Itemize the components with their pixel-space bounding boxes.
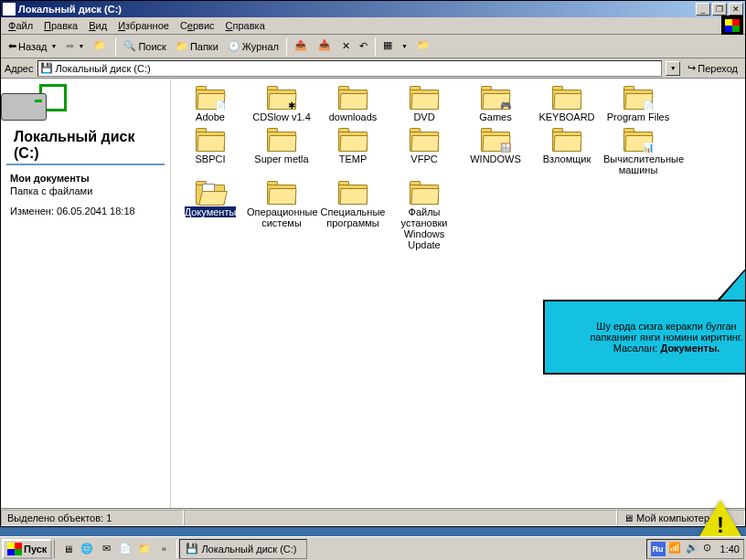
moveto-button[interactable]: 📤	[291, 37, 313, 56]
extra-icon: 📁	[417, 39, 432, 54]
folder-item[interactable]: 🪟WINDOWS	[460, 128, 531, 175]
folder-item[interactable]: SBPCI	[175, 128, 246, 175]
start-button[interactable]: Пуск	[2, 539, 52, 559]
folder-label: Вычислительные машины	[603, 153, 673, 175]
folder-item[interactable]: Операционные системы	[246, 181, 317, 250]
folder-item[interactable]: Документы	[175, 181, 246, 250]
folder-icon	[267, 128, 296, 152]
folder-item[interactable]: 📄Adobe	[175, 86, 246, 122]
folder-item[interactable]: Super metla	[246, 128, 317, 175]
folder-item[interactable]: Файлы установки Windows Update	[389, 181, 460, 250]
folder-label: TEMP	[339, 153, 368, 164]
go-button[interactable]: ↪Переход	[684, 60, 741, 76]
ql-app1[interactable]: 📄	[116, 540, 134, 558]
folder-icon	[196, 128, 225, 152]
folder-item[interactable]: DVD	[389, 86, 460, 122]
folder-label: Games	[479, 111, 511, 122]
drive-icon: 💾	[186, 543, 198, 555]
folder-item[interactable]: Взломщик	[531, 128, 602, 175]
restore-button[interactable]: ❐	[712, 3, 727, 16]
drive-icon: 💾	[40, 62, 53, 74]
folder-icon	[410, 128, 439, 152]
separator	[115, 37, 116, 56]
sidebar-title: Локальный диск (C:)	[6, 125, 165, 165]
menu-tools[interactable]: Сервис	[175, 18, 220, 33]
tray-icon-3[interactable]: ⊙	[703, 542, 718, 556]
clock[interactable]: 1:40	[720, 544, 740, 555]
folder-item[interactable]: TEMP	[317, 128, 389, 175]
forward-button[interactable]: ➡▼	[62, 38, 88, 54]
folder-label: SBPCI	[195, 153, 225, 164]
quick-launch: 🖥 🌐 ✉ 📄 📁 »	[54, 540, 177, 558]
tray-icon-1[interactable]: 📶	[668, 542, 683, 556]
folder-label: Специальные программы	[318, 206, 388, 228]
close-button[interactable]: ✕	[729, 3, 743, 16]
selection-name: Мои документы	[10, 173, 161, 184]
forward-arrow-icon: ➡	[66, 40, 74, 52]
copyto-button[interactable]: 📥	[314, 37, 336, 56]
folder-label: Документы	[185, 206, 237, 217]
folder-label: Program Files	[607, 111, 669, 122]
instruction-callout: Шу ерда сизга керакли булган папканинг я…	[543, 300, 745, 375]
sidebar-info: Мои документы Папка с файлами Изменен: 0…	[1, 173, 170, 217]
folder-icon	[552, 86, 581, 110]
menubar: Файл Правка Вид Избранное Сервис Справка	[1, 17, 745, 35]
folder-icon	[410, 181, 439, 205]
ql-more[interactable]: »	[155, 540, 173, 558]
folder-icon: 🪟	[481, 128, 510, 152]
folder-icon: 📄	[196, 86, 225, 110]
back-button[interactable]: ⬅Назад▼	[5, 38, 60, 54]
folder-icon: 📄	[623, 86, 653, 110]
selection-modified: Изменен: 06.05.2041 18:18	[10, 206, 161, 217]
delete-button[interactable]: ✕	[338, 38, 354, 54]
address-input[interactable]: 💾 Локальный диск (C:)	[37, 60, 663, 77]
ql-app2[interactable]: 📁	[135, 540, 154, 558]
folders-icon: 📁	[176, 40, 188, 52]
folder-item[interactable]: VFPC	[389, 128, 460, 175]
status-spacer	[184, 510, 617, 526]
history-button[interactable]: 🕘Журнал	[224, 38, 282, 54]
menu-file[interactable]: Файл	[3, 18, 38, 33]
ql-outlook[interactable]: ✉	[97, 540, 115, 558]
extra-button[interactable]: 📁	[413, 37, 435, 56]
up-button[interactable]: 📁	[90, 37, 112, 56]
language-indicator[interactable]: Ru	[651, 542, 666, 556]
folder-item[interactable]: KEYBOARD	[531, 86, 602, 122]
views-button[interactable]: ▦▼	[379, 37, 411, 56]
folder-item[interactable]: 📊Вычислительные машины	[602, 128, 674, 175]
search-button[interactable]: 🔍Поиск	[120, 38, 169, 54]
folder-icon: 📊	[623, 128, 653, 152]
menu-help[interactable]: Справка	[220, 18, 271, 33]
folder-item[interactable]: downloads	[317, 86, 389, 122]
folder-item[interactable]: Специальные программы	[317, 181, 389, 250]
folder-item[interactable]: 📄Program Files	[602, 86, 674, 122]
taskbar-item-explorer[interactable]: 💾 Локальный диск (C:)	[179, 539, 307, 559]
undo-icon: ↶	[359, 40, 368, 52]
folder-item[interactable]: 🎮Games	[460, 86, 531, 122]
folder-item[interactable]: ✱CDSlow v1.4	[246, 86, 317, 122]
ql-desktop[interactable]: 🖥	[59, 540, 77, 558]
folder-icon: ✱	[267, 86, 296, 110]
menu-view[interactable]: Вид	[83, 18, 112, 33]
separator	[375, 37, 376, 56]
menu-edit[interactable]: Правка	[38, 18, 83, 33]
tray-icon-2[interactable]: 🔊	[686, 542, 700, 556]
folder-label: VFPC	[410, 153, 437, 164]
folder-label: KEYBOARD	[538, 111, 594, 122]
folder-label: Adobe	[196, 111, 225, 122]
search-icon: 🔍	[123, 40, 136, 52]
folder-icon	[196, 181, 225, 205]
address-dropdown[interactable]: ▼	[666, 61, 680, 76]
selection-type: Папка с файлами	[10, 185, 161, 196]
titlebar[interactable]: Локальный диск (C:) _ ❐ ✕	[1, 1, 745, 17]
explorer-window: Локальный диск (C:) _ ❐ ✕ Файл Правка Ви…	[0, 0, 746, 527]
minimize-button[interactable]: _	[696, 3, 710, 16]
folder-icon	[552, 128, 581, 152]
icon-area[interactable]: 📄Adobe✱CDSlow v1.4downloadsDVD🎮GamesKEYB…	[171, 79, 745, 508]
undo-button[interactable]: ↶	[356, 38, 371, 54]
menu-favorites[interactable]: Избранное	[112, 18, 175, 33]
ql-ie[interactable]: 🌐	[78, 540, 96, 558]
history-icon: 🕘	[228, 40, 240, 52]
folder-label: Super metla	[254, 153, 308, 164]
folders-button[interactable]: 📁Папки	[172, 38, 222, 54]
